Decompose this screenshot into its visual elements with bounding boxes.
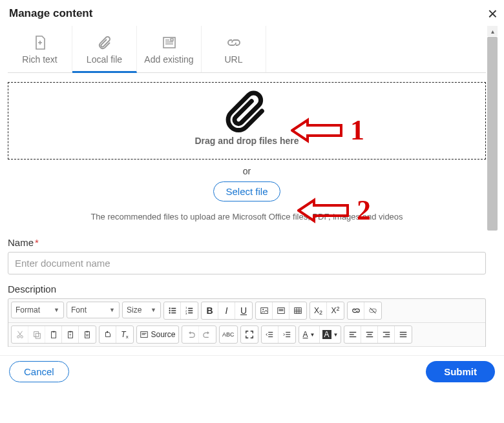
cut-button[interactable] (12, 326, 28, 343)
align-group (344, 325, 412, 344)
copy-formatting-button[interactable] (100, 326, 116, 343)
spellcheck-button[interactable]: ABC (220, 326, 237, 343)
submit-button[interactable]: Submit (426, 361, 495, 382)
italic-button[interactable]: I (218, 302, 235, 319)
chevron-down-icon: ▼ (109, 307, 115, 313)
link-icon (225, 35, 243, 50)
close-icon[interactable]: × (488, 5, 498, 22)
content-area: Rich text Local file Add existing URL (6, 26, 498, 347)
link-button[interactable] (348, 302, 364, 319)
rich-text-editor: Format▼ Font▼ Size▼ 123 B I U (8, 298, 486, 347)
paste-button[interactable] (45, 326, 62, 343)
unlink-button[interactable] (364, 302, 381, 319)
image-button[interactable] (256, 302, 273, 319)
svg-point-5 (169, 307, 170, 309)
dialog-footer: Cancel Submit (0, 355, 504, 387)
svg-rect-36 (69, 331, 72, 333)
manage-content-dialog: Manage content × Rich text Local file Ad… (0, 0, 504, 387)
size-select[interactable]: Size▼ (122, 302, 161, 318)
superscript-button[interactable]: X2 (327, 302, 344, 319)
paste-word-button[interactable]: W (79, 326, 96, 343)
scroll-up-icon[interactable]: ▴ (487, 26, 498, 36)
copy-button[interactable] (28, 326, 45, 343)
svg-rect-20 (278, 309, 283, 311)
source-button[interactable]: Source (137, 326, 178, 343)
align-left-button[interactable] (344, 326, 361, 343)
underline-button[interactable]: U (235, 302, 252, 319)
upload-hint: The recommended files to upload are Micr… (8, 212, 486, 222)
clear-group: Tx (99, 325, 134, 344)
file-dropzone[interactable]: Drag and drop files here (8, 82, 486, 160)
undo-button[interactable] (182, 326, 199, 343)
tab-label: URL (224, 54, 242, 65)
svg-point-18 (262, 309, 264, 310)
align-center-button[interactable] (361, 326, 378, 343)
svg-text:3: 3 (185, 312, 187, 315)
font-select[interactable]: Font▼ (67, 302, 120, 318)
svg-rect-33 (51, 332, 56, 338)
bg-color-button[interactable]: A▼ (320, 326, 341, 343)
newspaper-icon (160, 35, 178, 50)
editor-toolbar-row-1: Format▼ Font▼ Size▼ 123 B I U (8, 299, 485, 323)
script-group: X2 X2 (310, 302, 344, 320)
name-input[interactable] (8, 252, 486, 274)
format-group: B I U (201, 302, 253, 320)
svg-rect-21 (295, 308, 302, 314)
format-select[interactable]: Format▼ (11, 302, 64, 318)
numbered-list-button[interactable]: 123 (181, 302, 198, 319)
tab-rich-text[interactable]: Rich text (8, 26, 72, 72)
svg-point-28 (20, 336, 23, 338)
subscript-button[interactable]: X2 (310, 302, 327, 319)
tab-label: Local file (87, 54, 122, 65)
remove-format-button[interactable]: Tx (116, 326, 133, 343)
svg-point-7 (169, 312, 170, 313)
chevron-down-icon: ▼ (151, 307, 156, 313)
scroll-thumb[interactable] (487, 37, 498, 231)
editor-toolbar-row-2: T W Tx Source ABC (8, 323, 485, 347)
link-group (347, 302, 382, 320)
clipboard-group: T W (11, 325, 96, 344)
paste-text-button[interactable]: T (62, 326, 79, 343)
bullet-list-button[interactable] (164, 302, 181, 319)
svg-text:T: T (69, 333, 72, 337)
svg-rect-39 (86, 331, 89, 333)
name-label-text: Name (8, 237, 34, 248)
chevron-down-icon: ▼ (333, 332, 339, 338)
dialog-header: Manage content × (6, 4, 498, 26)
tab-local-file[interactable]: Local file (72, 26, 137, 73)
tab-label: Add existing (144, 54, 193, 65)
svg-rect-31 (34, 332, 38, 337)
align-justify-button[interactable] (395, 326, 412, 343)
svg-point-6 (169, 310, 170, 311)
scrollbar[interactable]: ▴ ▾ (487, 26, 498, 387)
embed-button[interactable] (273, 302, 289, 319)
paperclip-icon (96, 35, 114, 50)
document-plus-icon (31, 35, 49, 50)
svg-rect-34 (52, 331, 55, 333)
svg-text:W: W (85, 333, 89, 337)
tab-url[interactable]: URL (202, 26, 266, 72)
content-type-tabs: Rich text Local file Add existing URL (8, 26, 486, 73)
maximize-group (240, 325, 258, 344)
required-indicator: * (35, 237, 39, 248)
indent-button[interactable] (278, 326, 295, 343)
paperclip-large-icon (224, 90, 269, 136)
chevron-down-icon: ▼ (54, 307, 59, 313)
maximize-button[interactable] (241, 326, 258, 343)
select-file-button[interactable]: Select file (213, 181, 280, 201)
tab-label: Rich text (22, 54, 57, 65)
table-button[interactable] (289, 302, 306, 319)
description-label: Description (8, 284, 486, 294)
cancel-button[interactable]: Cancel (9, 361, 69, 382)
bold-button[interactable]: B (202, 302, 218, 319)
redo-button[interactable] (199, 326, 216, 343)
text-color-button[interactable]: A▼ (299, 326, 320, 343)
spell-group: ABC (219, 325, 238, 344)
color-group: A▼ A▼ (299, 325, 342, 344)
svg-rect-41 (107, 331, 108, 333)
dropzone-label: Drag and drop files here (194, 136, 299, 146)
outdent-button[interactable] (262, 326, 278, 343)
align-right-button[interactable] (378, 326, 395, 343)
tab-add-existing[interactable]: Add existing (137, 26, 202, 72)
history-group (182, 325, 216, 344)
